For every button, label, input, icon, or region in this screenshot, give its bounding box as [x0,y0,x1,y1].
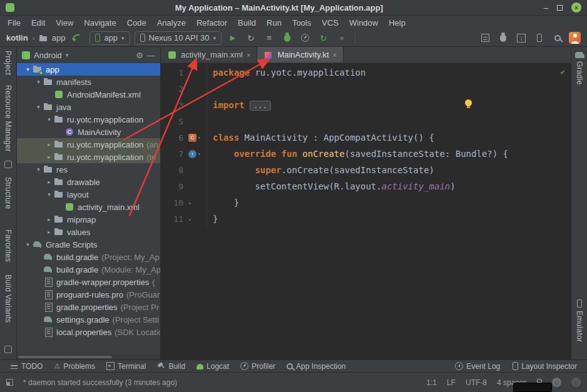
tree-item-app[interactable]: ▾ app [17,63,160,76]
hide-panel-icon[interactable]: — [147,51,155,60]
avatar[interactable] [569,32,581,44]
tree-item-drawable[interactable]: ▸ drawable [17,176,160,188]
sidebar-item-structure[interactable]: Structure [4,177,13,209]
sdk-manager-button[interactable]: ↓ [514,31,528,45]
avd-manager-button[interactable] [533,31,546,45]
layers-icon[interactable] [4,346,12,353]
tree-item-res[interactable]: ▾ res [17,163,160,176]
line-separator[interactable]: LF [447,378,456,387]
code-text[interactable]: package ru.yotc.myapplication [207,68,365,78]
toolwindow-problems[interactable]: ⚠Problems [49,360,100,372]
tree-item-java[interactable]: ▾ java [17,101,160,113]
debug-button[interactable] [280,31,294,45]
minimize-button[interactable]: – [544,4,548,12]
run-config-select[interactable]: app ▾ [89,31,130,45]
tree-expanded-icon[interactable]: ▾ [34,79,43,85]
menu-item-view[interactable]: View [56,18,73,28]
menu-item-refactor[interactable]: Refactor [197,18,227,28]
tree-item-gradle-properties[interactable]: gradle.properties (Project Pr [17,301,160,313]
tree-item-settings-gradle[interactable]: settings.gradle (Project Setti [17,313,160,326]
code-text[interactable]: setContentView(R.layout.activity_main) [207,181,456,191]
file-encoding[interactable]: UTF-8 [466,378,487,387]
toolwindow-profiler[interactable]: Profiler [235,360,280,372]
fold-end-icon[interactable]: ▴ [188,216,191,222]
tree-item-mainactivity[interactable]: MainActivity [17,126,160,138]
tree-item-values[interactable]: ▸ values [17,226,160,238]
code-editor[interactable]: 1 package ru.yotc.myapplication 2 3 impo… [161,63,571,359]
menu-item-analyze[interactable]: Analyze [157,18,186,28]
apply-code-changes-button[interactable]: ≡ [262,31,276,45]
curved-arrow-icon[interactable] [72,33,83,43]
horizontal-scrollbar[interactable] [17,354,160,359]
code-text[interactable]: } [207,214,218,224]
intention-bulb-icon[interactable] [465,99,472,106]
tree-item-proguard-rules[interactable]: proguard-rules.pro (ProGuar [17,288,160,301]
tree-item-mipmap[interactable]: ▸ mipmap [17,213,160,226]
toolwindow-terminal[interactable]: Terminal [101,360,151,372]
sidebar-item-build-variants[interactable]: Build Variants [4,274,13,323]
code-text[interactable]: class MainActivity : AppCompatActivity()… [207,133,434,143]
toolwindow-layout-inspector[interactable]: Layout Inspector [506,360,582,372]
device-select[interactable]: Nexus 10 API 30 ▾ [135,31,222,45]
menu-item-navigate[interactable]: Navigate [84,18,116,28]
toolwindow-todo[interactable]: TODO [5,360,48,372]
menu-item-run[interactable]: Run [267,18,282,28]
emulator-phone-icon[interactable] [577,299,582,308]
tree-expanded-icon[interactable]: ▾ [44,116,54,123]
tree-collapsed-icon[interactable]: ▸ [44,154,54,160]
menu-item-build[interactable]: Build [238,18,256,28]
fold-end-icon[interactable]: ▴ [188,200,191,206]
tree-collapsed-icon[interactable]: ▸ [44,179,54,185]
sidebar-item-gradle[interactable]: Gradle [575,61,584,85]
menu-item-vcs[interactable]: VCS [322,18,339,28]
inspections-ok-icon[interactable]: ✔ [561,68,565,76]
scrollbar-thumb[interactable] [18,356,112,358]
tab-activity-main-xml[interactable]: activity_main.xml × [161,47,257,63]
tree-item-package-main[interactable]: ▾ ru.yotc.myapplication [17,113,160,126]
menu-item-help[interactable]: Help [389,18,406,28]
tab-mainactivity-kt[interactable]: MainActivity.kt × [257,47,344,63]
code-text[interactable]: super.onCreate(savedInstanceState) [207,165,434,175]
close-button[interactable]: × [571,3,581,13]
close-tab-icon[interactable]: × [247,51,250,59]
stop-button[interactable]: ■ [335,31,349,45]
fold-marker-icon[interactable]: ▾ [198,151,201,157]
profile-button[interactable] [299,31,312,45]
tree-item-androidmanifest-xml[interactable]: AndroidManifest.xml [17,88,160,101]
sidebar-item-favorites[interactable]: Favorites [4,229,13,262]
tree-expanded-icon[interactable]: ▾ [23,66,33,73]
toolwindow-switcher-icon[interactable] [6,379,13,386]
run-button[interactable]: ▶ [226,31,240,45]
search-everywhere-button[interactable] [551,31,564,45]
menu-item-file[interactable]: File [8,18,21,28]
gradle-sync-button[interactable]: ↻ [317,31,330,45]
tree-item-local-properties[interactable]: local.properties (SDK Locatio [17,326,160,338]
tree-item-layout[interactable]: ▾ layout [17,188,160,201]
tree-item-activity-main-xml[interactable]: activity_main.xml [17,201,160,213]
apply-changes-button[interactable]: ↻ [244,31,258,45]
tree-item-gradle-wrapper-properties[interactable]: gradle-wrapper.properties ( [17,276,160,288]
settings-gear-icon[interactable]: ⚙ [136,51,143,60]
breadcrumb-app[interactable]: app [52,33,66,43]
caret-position[interactable]: 1:1 [426,378,437,387]
tree-expanded-icon[interactable]: ▾ [23,241,33,248]
menu-item-tools[interactable]: Tools [292,18,311,28]
toolwindow-event-log[interactable]: Event Log [450,360,505,372]
device-manager-button[interactable] [478,31,492,45]
app-menu-icon[interactable] [6,3,14,12]
sidebar-item-emulator[interactable]: Emulator [575,311,584,342]
tree-collapsed-icon[interactable]: ▸ [44,216,54,223]
override-gutter-icon[interactable]: ↑ [188,150,197,158]
tree-item-package-test[interactable]: ▸ ru.yotc.myapplication (te [17,151,160,163]
tree-item-build-gradle-project[interactable]: build.gradle (Project: My_Ap [17,251,160,263]
attach-debugger-button[interactable] [496,31,510,45]
sidebar-item-resource-manager[interactable]: Resource Manager [4,85,13,152]
feedback-smile-icon[interactable]: ☺ [552,378,561,387]
code-text[interactable]: } [207,198,239,208]
pin-icon[interactable] [4,161,12,168]
tree-item-build-gradle-module[interactable]: build.gradle (Module: My_Ap [17,263,160,276]
tree-collapsed-icon[interactable]: ▸ [44,141,54,148]
tree-expanded-icon[interactable]: ▾ [44,191,54,198]
gradle-elephant-icon[interactable] [575,52,583,58]
code-text[interactable]: override fun onCreate(savedInstanceState… [207,149,508,159]
